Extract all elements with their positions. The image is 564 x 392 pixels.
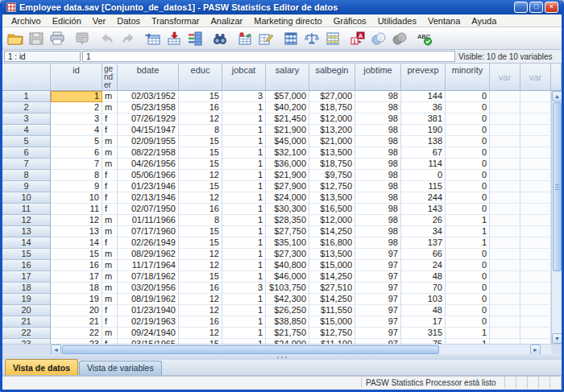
row-header-5[interactable]: 5 — [2, 136, 51, 147]
cell-jobcat-row20[interactable]: 1 — [222, 305, 266, 316]
cell-jobcat-row9[interactable]: 1 — [222, 181, 266, 192]
cell-jobcat-row4[interactable]: 1 — [222, 125, 266, 136]
cell-jobtime-row1[interactable]: 98 — [355, 91, 401, 102]
cell-id-row20[interactable]: 20 — [51, 305, 102, 316]
cell-jobtime-row13[interactable]: 98 — [355, 226, 401, 237]
cell-var-row2[interactable] — [520, 102, 551, 113]
cell-salbegin-row4[interactable]: $13,200 — [309, 125, 355, 136]
cell-bdate-row12[interactable]: 01/11/1966 — [118, 215, 179, 226]
cell-salary-row19[interactable]: $42,300 — [266, 294, 309, 305]
row-header-2[interactable]: 2 — [2, 102, 51, 113]
cell-prevexp-row16[interactable]: 24 — [401, 260, 446, 271]
cell-salary-row22[interactable]: $21,750 — [266, 328, 309, 339]
cell-educ-row6[interactable]: 15 — [179, 147, 222, 159]
weight-cases-button[interactable] — [301, 29, 322, 48]
cell-gender-row17[interactable]: m — [102, 271, 118, 283]
scroll-up-button[interactable]: ▲ — [552, 91, 562, 101]
cell-jobtime-row17[interactable]: 97 — [355, 271, 401, 283]
cell-jobtime-row21[interactable]: 97 — [355, 316, 401, 328]
cell-var-row14[interactable] — [490, 237, 520, 249]
cell-jobtime-row20[interactable]: 97 — [355, 305, 401, 316]
cell-prevexp-row22[interactable]: 315 — [401, 328, 446, 339]
cell-jobcat-row2[interactable]: 1 — [222, 102, 266, 113]
cell-var-row4[interactable] — [490, 125, 520, 136]
cell-minority-row7[interactable]: 0 — [446, 159, 490, 170]
save-button[interactable] — [26, 29, 47, 48]
cell-bdate-row15[interactable]: 08/29/1962 — [118, 249, 179, 260]
cell-salary-row20[interactable]: $26,250 — [266, 305, 309, 316]
cell-gender-row20[interactable]: f — [102, 305, 118, 316]
cell-minority-row1[interactable]: 0 — [446, 91, 490, 102]
cell-var-row15[interactable] — [490, 249, 520, 260]
cell-salary-row1[interactable]: $57,000 — [266, 91, 309, 102]
cell-educ-row20[interactable]: 12 — [179, 305, 222, 316]
cell-minority-row20[interactable]: 0 — [446, 305, 490, 316]
cell-salbegin-row22[interactable]: $12,750 — [309, 328, 355, 339]
menu-item-ver[interactable]: Ver — [87, 15, 112, 27]
cell-jobtime-row5[interactable]: 98 — [355, 136, 401, 147]
insert-variable-button[interactable] — [255, 29, 276, 48]
cell-gender-row8[interactable]: f — [102, 170, 118, 181]
cell-educ-row16[interactable]: 12 — [179, 260, 222, 271]
row-header-16[interactable]: 16 — [2, 260, 51, 271]
cell-var-row3[interactable] — [490, 113, 520, 125]
row-header-22[interactable]: 22 — [2, 328, 51, 339]
cell-prevexp-row3[interactable]: 381 — [401, 113, 446, 125]
cell-salary-row2[interactable]: $40,200 — [266, 102, 309, 113]
cell-prevexp-row18[interactable]: 70 — [401, 283, 446, 294]
cell-salary-row18[interactable]: $103,750 — [266, 283, 309, 294]
cell-salary-row16[interactable]: $40,800 — [266, 260, 309, 271]
cell-salbegin-row8[interactable]: $9,750 — [309, 170, 355, 181]
cell-var-row15[interactable] — [520, 249, 551, 260]
horizontal-scrollbar[interactable]: ◄ ► — [2, 344, 562, 354]
cell-salbegin-row10[interactable]: $13,500 — [309, 192, 355, 204]
cell-minority-row2[interactable]: 0 — [446, 102, 490, 113]
cell-var-row14[interactable] — [520, 237, 551, 249]
cell-gender-row1[interactable]: m — [102, 91, 118, 102]
cell-minority-row13[interactable]: 1 — [446, 226, 490, 237]
cell-minority-row22[interactable]: 1 — [446, 328, 490, 339]
cell-var-row22[interactable] — [520, 328, 551, 339]
cell-id-row14[interactable]: 14 — [51, 237, 102, 249]
cell-jobcat-row19[interactable]: 1 — [222, 294, 266, 305]
cell-salbegin-row16[interactable]: $15,000 — [309, 260, 355, 271]
row-header-7[interactable]: 7 — [2, 159, 51, 170]
tab-data-view[interactable]: Vista de datos — [5, 359, 78, 375]
column-header-var-2[interactable]: var — [520, 64, 551, 91]
cell-bdate-row6[interactable]: 08/22/1958 — [118, 147, 179, 159]
cell-bdate-row2[interactable]: 05/23/1958 — [118, 102, 179, 113]
cell-minority-row10[interactable]: 0 — [446, 192, 490, 204]
select-cases-button[interactable] — [322, 29, 343, 48]
cell-salbegin-row6[interactable]: $13,500 — [309, 147, 355, 159]
cell-var-row17[interactable] — [490, 271, 520, 283]
cell-prevexp-row17[interactable]: 48 — [401, 271, 446, 283]
row-header-15[interactable]: 15 — [2, 249, 51, 260]
cell-gender-row9[interactable]: f — [102, 181, 118, 192]
cell-var-row7[interactable] — [490, 159, 520, 170]
cell-gender-row6[interactable]: m — [102, 147, 118, 159]
cell-salary-row12[interactable]: $28,350 — [266, 215, 309, 226]
cell-salbegin-row3[interactable]: $12,000 — [309, 113, 355, 125]
cell-salary-row7[interactable]: $36,000 — [266, 159, 309, 170]
menu-item-datos[interactable]: Datos — [111, 15, 146, 27]
cell-salbegin-row5[interactable]: $21,000 — [309, 136, 355, 147]
cell-educ-row1[interactable]: 15 — [179, 91, 222, 102]
column-header-prevexp[interactable]: prevexp — [401, 64, 446, 91]
cell-var-row8[interactable] — [490, 170, 520, 181]
go-to-case-button[interactable] — [143, 29, 164, 48]
menu-item-gr-ficos[interactable]: Gráficos — [328, 15, 372, 27]
cell-var-row12[interactable] — [520, 215, 551, 226]
cell-salbegin-row15[interactable]: $13,500 — [309, 249, 355, 260]
cell-minority-row12[interactable]: 1 — [446, 215, 490, 226]
row-header-10[interactable]: 10 — [2, 192, 51, 204]
scroll-right-button[interactable]: ► — [530, 345, 541, 354]
cell-bdate-row20[interactable]: 01/23/1940 — [118, 305, 179, 316]
cell-prevexp-row13[interactable]: 34 — [401, 226, 446, 237]
column-header-bdate[interactable]: bdate — [118, 64, 179, 91]
cell-gender-row22[interactable]: m — [102, 328, 118, 339]
cell-salbegin-row20[interactable]: $11,550 — [309, 305, 355, 316]
cell-jobcat-row10[interactable]: 1 — [222, 192, 266, 204]
cell-id-row18[interactable]: 18 — [51, 283, 102, 294]
cell-var-row21[interactable] — [490, 316, 520, 328]
cell-prevexp-row21[interactable]: 17 — [401, 316, 446, 328]
